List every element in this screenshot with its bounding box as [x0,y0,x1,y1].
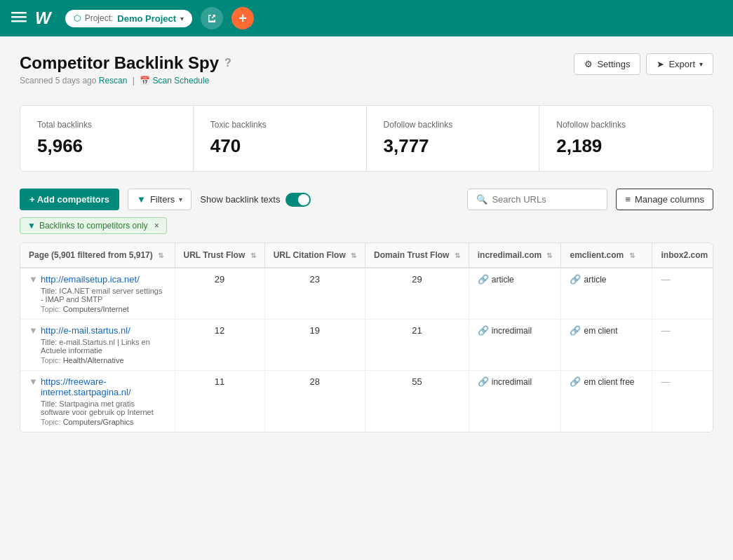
sort-incredimail-icon[interactable]: ⇅ [546,252,552,259]
sort-utf-icon[interactable]: ⇅ [250,252,256,259]
stat-label-nofollow: Nofollow backlinks [556,120,696,130]
calendar-icon: 📅 [140,76,150,86]
export-chevron-icon: ▾ [699,60,703,68]
table-header-row: Page (5,901 filtered from 5,917) ⇅ URL T… [20,243,713,268]
stat-value-nofollow: 2,189 [556,135,696,157]
filter-tag-close[interactable]: × [154,221,159,231]
page-title-row: Competitor Backlink Spy ? [20,53,231,73]
cell-inbox2-1: — [652,320,713,371]
cell-inbox2-2: — [652,371,713,432]
link-icon: 🔗 [570,274,581,285]
svg-rect-2 [11,20,27,22]
page-title-text: Title: e-mail.Startus.nl | Links en Actu… [41,338,166,355]
sort-dtf-icon[interactable]: ⇅ [455,252,460,259]
link-badge: 🔗 incredimail [478,325,532,336]
cell-domain_trust_flow-1: 21 [365,320,469,371]
help-icon[interactable]: ? [224,57,231,69]
row-expand-icon[interactable]: ▼ [29,325,38,336]
link-badge: 🔗 article [570,274,606,285]
project-label: Project: [85,13,114,23]
cell-url_citation_flow-2: 28 [264,371,365,432]
link-icon: 🔗 [570,325,581,336]
page-topic: Topic: Health/Alternative [41,356,166,364]
col-header-incredimail: incredimail.com ⇅ [469,243,561,268]
cell-domain_trust_flow-0: 29 [365,268,469,320]
svg-rect-0 [11,12,27,14]
export-icon: ➤ [657,59,664,69]
show-backlinks-toggle[interactable] [285,193,311,207]
link-icon: 🔗 [478,325,489,336]
project-selector[interactable]: ⬡ Project: Demo Project ▾ [65,10,193,27]
add-competitors-button[interactable]: + Add competitors [20,189,119,210]
sort-page-icon[interactable]: ⇅ [158,252,163,259]
rescan-link[interactable]: Rescan [99,76,128,86]
page-header: Competitor Backlink Spy ? Scanned 5 days… [20,53,713,100]
settings-button[interactable]: ⚙ Settings [574,53,640,75]
export-button[interactable]: ➤ Export ▾ [646,53,713,75]
cell-page-2: ▼ https://freeware-internet.startpagina.… [20,371,175,432]
col-header-emclient: emclient.com ⇅ [561,243,652,268]
top-nav: W ⬡ Project: Demo Project ▾ + [0,0,733,36]
stat-nofollow-backlinks: Nofollow backlinks 2,189 [539,106,713,171]
cell-page-0: ▼ http://emailsetup.ica.net/ Title: ICA.… [20,268,175,320]
app-logo: W [35,8,51,28]
project-icon: ⬡ [74,13,81,23]
col-header-inbox2: inbox2.com ⇅ [652,243,713,268]
show-backlinks-label: Show backlink texts [200,194,280,205]
page-title-text: Competitor Backlink Spy [20,53,219,73]
columns-icon: ≡ [625,194,631,205]
scan-date: Scanned 5 days ago [20,76,96,86]
cell-url_trust_flow-1: 12 [175,320,264,371]
search-box: 🔍 [467,189,607,210]
link-badge: 🔗 em client free [570,376,634,387]
row-expand-icon[interactable]: ▼ [29,274,38,285]
chevron-down-icon: ▾ [180,15,184,22]
stat-total-backlinks: Total backlinks 5,966 [20,106,194,171]
backlinks-table-container: Page (5,901 filtered from 5,917) ⇅ URL T… [20,243,713,432]
project-name: Demo Project [117,13,176,24]
table-row: ▼ http://e-mail.startus.nl/ Title: e-mai… [20,320,713,371]
table-body: ▼ http://emailsetup.ica.net/ Title: ICA.… [20,268,713,432]
filter-tags: ▼ Backlinks to competitors only × [20,217,713,234]
link-badge: 🔗 em client [570,325,617,336]
page-link[interactable]: https://freeware-internet.startpagina.nl… [41,376,131,397]
stat-label-total: Total backlinks [37,120,176,130]
page-title-text: Title: ICA.NET email server settings - I… [41,287,166,303]
link-icon: 🔗 [478,274,489,285]
filters-label: Filters [150,194,175,205]
scan-schedule-link[interactable]: Scan Schedule [153,76,210,86]
cell-incredimail-0: 🔗 article [469,268,561,320]
link-badge: 🔗 incredimail [478,376,532,387]
add-button[interactable]: + [231,7,254,29]
dash: — [661,274,670,285]
stats-row: Total backlinks 5,966 Toxic backlinks 47… [20,105,713,172]
table-row: ▼ http://emailsetup.ica.net/ Title: ICA.… [20,268,713,320]
hamburger-menu-icon[interactable] [11,9,27,28]
manage-columns-button[interactable]: ≡ Manage columns [616,189,713,210]
col-header-page: Page (5,901 filtered from 5,917) ⇅ [20,243,175,268]
stat-toxic-backlinks: Toxic backlinks 470 [194,106,367,171]
cell-url_citation_flow-0: 23 [264,268,365,320]
row-expand-icon[interactable]: ▼ [29,376,38,387]
page-link[interactable]: http://emailsetup.ica.net/ [41,274,140,285]
sort-ucf-icon[interactable]: ⇅ [351,252,356,259]
scan-info: Scanned 5 days ago Rescan | 📅 Scan Sched… [20,76,231,86]
sort-emclient-icon[interactable]: ⇅ [629,252,635,259]
filters-button[interactable]: ▼ Filters ▾ [128,189,191,210]
svg-rect-1 [11,16,27,18]
cell-url_citation_flow-1: 19 [264,320,365,371]
page-link[interactable]: http://e-mail.startus.nl/ [41,325,130,336]
filter-tag-label: Backlinks to competitors only [39,221,148,231]
stat-dofollow-backlinks: Dofollow backlinks 3,777 [367,106,540,171]
filter-icon: ▼ [137,194,146,205]
cell-url_trust_flow-2: 11 [175,371,264,432]
external-link-icon[interactable] [201,7,223,29]
filter-tag-icon: ▼ [27,221,36,231]
search-input[interactable] [492,194,598,205]
cell-emclient-0: 🔗 article [561,268,652,320]
stat-label-dofollow: Dofollow backlinks [384,120,523,130]
header-actions: ⚙ Settings ➤ Export ▾ [574,53,713,75]
manage-columns-label: Manage columns [635,194,704,205]
col-header-url-trust-flow: URL Trust Flow ⇅ [175,243,264,268]
stat-label-toxic: Toxic backlinks [210,120,349,130]
